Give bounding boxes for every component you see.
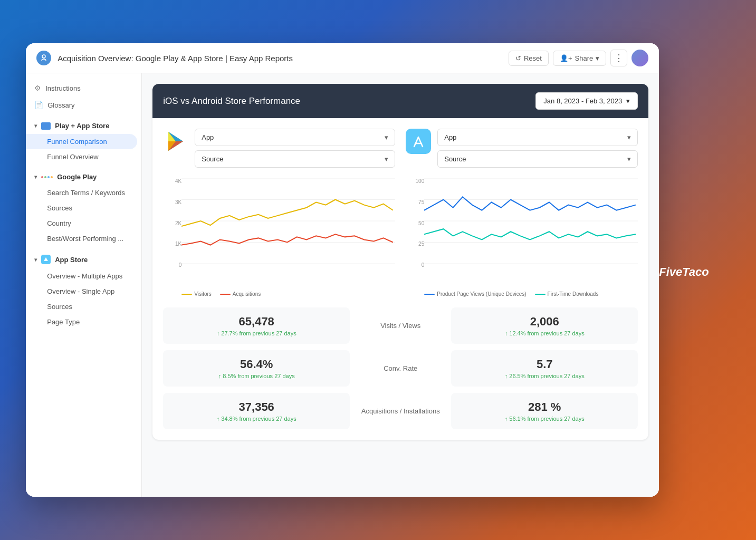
page-title: Acquisition Overview: Google Play & App … (58, 54, 502, 63)
metric-left-acq: 37,356 ↑ 34.8% from previous 27 days (163, 393, 350, 429)
ios-chart-area: 100 75 50 25 0 (406, 178, 638, 284)
caret-icon-4: ▾ (627, 155, 631, 163)
sidebar-section-google-play[interactable]: ▾ Google Play (26, 169, 141, 185)
dashboard: iOS vs Android Store Performance Jan 8, … (142, 73, 659, 497)
android-chart-svg (181, 178, 395, 264)
ios-y-axis: 100 75 50 25 0 (406, 178, 424, 268)
sidebar-item-instructions[interactable]: ⚙ Instructions (26, 80, 141, 97)
document-icon: 📄 (34, 101, 43, 109)
metrics-row: 65,478 ↑ 27.7% from previous 27 days 56.… (163, 307, 638, 429)
ios-chart-panel: App ▾ Source ▾ 100 (406, 129, 638, 297)
sidebar-section-app-store[interactable]: ▾ App Store (26, 250, 141, 268)
ios-app-dropdown[interactable]: App ▾ (437, 129, 638, 146)
topbar-actions: ↺ Reset 👤+ Share ▾ ⋮ (509, 50, 648, 66)
sidebar-item-glossary[interactable]: 📄 Glossary (26, 97, 141, 113)
chevron-down-icon-2: ▾ (626, 97, 630, 105)
ios-source-dropdown[interactable]: Source ▾ (437, 150, 638, 168)
share-icon: 👤+ (560, 54, 572, 62)
metrics-right: 2,006 ↑ 12.4% from previous 27 days 5.7 … (451, 307, 638, 429)
android-store-header: App ▾ Source ▾ (163, 129, 395, 168)
gear-icon: ⚙ (34, 84, 41, 92)
android-y-axis: 4K 3K 2K 1K 0 (163, 178, 181, 268)
reset-icon: ↺ (515, 54, 521, 62)
caret-icon: ▾ (385, 133, 388, 141)
collapse-arrow-icon: ▾ (34, 123, 37, 129)
date-range-button[interactable]: Jan 8, 2023 - Feb 3, 2023 ▾ (535, 92, 638, 110)
main-window: Acquisition Overview: Google Play & App … (26, 43, 659, 497)
share-button[interactable]: 👤+ Share ▾ (553, 51, 606, 66)
play-app-store-icon (41, 122, 51, 130)
caret-icon-3: ▾ (627, 133, 631, 141)
google-play-icon (41, 176, 53, 178)
avatar[interactable] (631, 50, 648, 66)
sidebar-item-country[interactable]: Country (26, 216, 141, 231)
legend-visitors: Visitors (181, 291, 212, 297)
charts-row: App ▾ Source ▾ 4K (163, 129, 638, 297)
svg-rect-11 (407, 130, 430, 153)
ios-store-header: App ▾ Source ▾ (406, 129, 638, 168)
fivetaco-branding: FiveTaco (659, 257, 730, 283)
ios-chart-legend: Product Page Views (Unique Devices) Firs… (406, 291, 638, 297)
metric-left-conv: 56.4% ↑ 8.5% from previous 27 days (163, 350, 350, 387)
metric-right-visits: 2,006 ↑ 12.4% from previous 27 days (451, 307, 638, 344)
more-options-button[interactable]: ⋮ (610, 50, 627, 66)
sidebar-item-overview-multiple[interactable]: Overview - Multiple Apps (26, 268, 141, 284)
collapse-arrow-icon-3: ▾ (34, 257, 37, 263)
google-play-store-icon (163, 129, 188, 154)
svg-point-0 (42, 55, 45, 58)
metric-left-visits: 65,478 ↑ 27.7% from previous 27 days (163, 307, 350, 344)
card-header: iOS vs Android Store Performance Jan 8, … (152, 84, 648, 118)
metrics-left: 65,478 ↑ 27.7% from previous 27 days 56.… (163, 307, 350, 429)
sidebar-item-funnel-overview[interactable]: Funnel Overview (26, 149, 141, 165)
sidebar-item-search-terms[interactable]: Search Terms / Keywords (26, 185, 141, 200)
app-store-icon (41, 255, 51, 264)
collapse-arrow-icon-2: ▾ (34, 174, 37, 180)
android-chart-area: 4K 3K 2K 1K 0 (163, 178, 395, 284)
android-dropdowns: App ▾ Source ▾ (195, 129, 395, 168)
card-title: iOS vs Android Store Performance (163, 96, 300, 107)
app-logo (36, 51, 51, 65)
chevron-down-icon: ▾ (596, 54, 599, 62)
android-chart-panel: App ▾ Source ▾ 4K (163, 129, 395, 297)
ios-dropdowns: App ▾ Source ▾ (437, 129, 638, 168)
legend-acquisitions: Acquisitions (220, 291, 261, 297)
sidebar-item-appstore-sources[interactable]: Sources (26, 299, 141, 314)
sidebar-item-best-worst[interactable]: Best/Worst Performing ... (26, 231, 141, 246)
ios-chart-svg (424, 178, 638, 264)
topbar: Acquisition Overview: Google Play & App … (26, 43, 659, 73)
metric-right-acq: 281 % ↑ 56.1% from previous 27 days (451, 393, 638, 429)
android-chart-legend: Visitors Acquisitions (163, 291, 395, 297)
legend-product-page: Product Page Views (Unique Devices) (424, 291, 526, 297)
main-chart-card: iOS vs Android Store Performance Jan 8, … (152, 84, 648, 440)
metrics-center: Visits / Views Conv. Rate Acquisitions /… (358, 307, 443, 429)
sidebar-item-overview-single[interactable]: Overview - Single App (26, 284, 141, 299)
reset-button[interactable]: ↺ Reset (509, 51, 549, 66)
caret-icon-2: ▾ (385, 155, 388, 163)
metric-right-conv: 5.7 ↑ 26.5% from previous 27 days (451, 350, 638, 387)
legend-downloads: First-Time Downloads (535, 291, 599, 297)
android-source-dropdown[interactable]: Source ▾ (195, 150, 395, 168)
android-app-dropdown[interactable]: App ▾ (195, 129, 395, 146)
sidebar-item-funnel-comparison[interactable]: Funnel Comparison (26, 134, 137, 149)
sidebar-section-play-app-store[interactable]: ▾ Play + App Store (26, 118, 141, 134)
sidebar-item-sources[interactable]: Sources (26, 200, 141, 216)
app-store-store-icon (406, 129, 431, 154)
main-content: ⚙ Instructions 📄 Glossary ▾ Play + App S… (26, 73, 659, 497)
sidebar-item-page-type[interactable]: Page Type (26, 314, 141, 330)
sidebar: ⚙ Instructions 📄 Glossary ▾ Play + App S… (26, 73, 142, 497)
